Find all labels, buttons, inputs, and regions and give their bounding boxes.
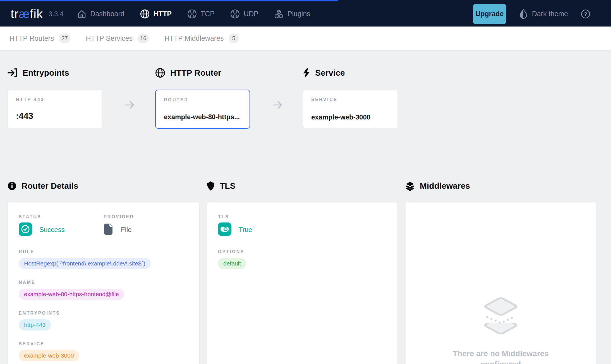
- tab-http-middlewares[interactable]: HTTP Middlewares 5: [164, 33, 239, 43]
- router-card[interactable]: ROUTER example-web-80-https...: [155, 90, 250, 129]
- status-field: STATUS Success: [19, 214, 104, 236]
- empty-layers-illustration: [481, 333, 520, 338]
- service-card-label: SERVICE: [311, 97, 389, 102]
- name-value-pill: example-web-80-https-frontend@file: [19, 289, 124, 300]
- entrypoints-header: Entrypoints: [8, 68, 102, 78]
- service-field-label: SERVICE: [19, 341, 188, 346]
- rule-field: RULE HostRegexp(`^frontend\.example\.dde…: [19, 249, 188, 269]
- middlewares-title: Middlewares: [420, 181, 470, 191]
- tls-field: TLS True: [218, 214, 302, 236]
- nav-udp[interactable]: UDP: [230, 9, 258, 19]
- router-details-panel: Router Details STATUS Success PROVIDER: [8, 181, 200, 364]
- middlewares-empty-text: There are no Middlewares configured: [449, 348, 552, 364]
- entrypoints-section: Entrypoints HTTP-443 :443: [8, 68, 102, 129]
- rule-value-pill: HostRegexp(`^frontend\.example\.ddev\.si…: [19, 258, 151, 269]
- udp-icon: [230, 9, 240, 19]
- plugins-icon: [274, 9, 284, 19]
- flow-arrow-icon: [124, 99, 135, 112]
- entrypoint-card-value: :443: [16, 111, 94, 121]
- router-details-header: Router Details: [8, 181, 200, 191]
- tls-value: True: [239, 226, 252, 234]
- name-label: NAME: [19, 280, 188, 285]
- service-value-pill: example-web-3000: [19, 350, 79, 361]
- nav-tcp[interactable]: TCP: [187, 9, 215, 19]
- nav-dashboard[interactable]: Dashboard: [77, 9, 124, 18]
- entrypoint-card-label: HTTP-443: [16, 97, 94, 102]
- entrypoint-card[interactable]: HTTP-443 :443: [8, 90, 102, 129]
- home-icon: [77, 9, 86, 18]
- upgrade-button[interactable]: Upgrade: [473, 4, 506, 24]
- tcp-icon: [187, 9, 197, 19]
- name-field: NAME example-web-80-https-frontend@file: [19, 280, 188, 300]
- nav-udp-label: UDP: [244, 10, 258, 18]
- rule-label: RULE: [19, 249, 188, 254]
- provider-label: PROVIDER: [104, 214, 188, 219]
- layers-icon: [405, 181, 415, 191]
- globe-icon: [140, 9, 150, 19]
- router-details-card: STATUS Success PROVIDER File: [8, 202, 200, 364]
- logo-text-2: fik: [30, 7, 43, 21]
- http-router-header: HTTP Router: [155, 68, 250, 78]
- entrypoints-field: ENTRYPOINTS http-443: [19, 311, 188, 331]
- flow-arrow-icon-2: [272, 99, 283, 112]
- router-card-label: ROUTER: [164, 97, 241, 102]
- tls-card: TLS True OPTIONS default: [207, 202, 397, 364]
- traefik-logo[interactable]: træfik: [11, 7, 43, 21]
- shield-icon: [207, 181, 215, 191]
- help-button[interactable]: ?: [581, 9, 590, 19]
- entrypoints-value-pill: http-443: [19, 319, 51, 331]
- provider-field: PROVIDER File: [104, 214, 188, 236]
- version-label: 3.3.4: [49, 10, 63, 18]
- tab-http-middlewares-label: HTTP Middlewares: [164, 34, 224, 42]
- contrast-droplet-icon: [519, 9, 528, 19]
- logo-text: tr: [11, 7, 19, 21]
- status-label: STATUS: [19, 214, 104, 219]
- middlewares-empty-state: There are no Middlewares configured: [406, 294, 596, 364]
- router-details-title: Router Details: [21, 181, 78, 191]
- file-icon: [104, 223, 114, 236]
- logo-ae: æ: [19, 7, 30, 21]
- globe-dark-icon: [155, 68, 165, 78]
- service-header: Service: [303, 68, 398, 78]
- status-success-icon: [19, 222, 32, 237]
- nav-http[interactable]: HTTP: [140, 9, 172, 19]
- loading-progress-bar: [0, 0, 338, 1]
- middlewares-card: There are no Middlewares configured: [405, 202, 596, 364]
- options-label: OPTIONS: [218, 249, 386, 254]
- nav-tcp-label: TCP: [201, 10, 215, 18]
- tls-panel: TLS TLS True OPTIONS default: [207, 181, 397, 364]
- provider-value: File: [121, 226, 132, 234]
- tab-http-routers[interactable]: HTTP Routers 27: [9, 33, 70, 43]
- middlewares-panel: Middlewares There are no Middle: [405, 181, 596, 364]
- dark-theme-label: Dark theme: [532, 10, 568, 18]
- middlewares-header: Middlewares: [405, 181, 596, 191]
- service-card[interactable]: SERVICE example-web-3000: [303, 90, 398, 129]
- status-value: Success: [39, 226, 65, 234]
- http-subnav: HTTP Routers 27 HTTP Services 16 HTTP Mi…: [0, 27, 611, 51]
- dark-theme-toggle[interactable]: Dark theme: [519, 9, 568, 19]
- bolt-icon: [303, 68, 310, 78]
- tab-http-services[interactable]: HTTP Services 16: [86, 33, 149, 43]
- tab-http-services-count: 16: [138, 33, 149, 43]
- tab-http-services-label: HTTP Services: [86, 34, 133, 42]
- entrypoints-label: ENTRYPOINTS: [19, 311, 188, 316]
- options-value-pill: default: [218, 258, 246, 269]
- service-title: Service: [315, 68, 345, 78]
- nav-plugins[interactable]: Plugins: [274, 9, 310, 19]
- top-navbar: træfik 3.3.4 Dashboard HTTP TCP UDP: [0, 0, 611, 27]
- info-icon: [8, 181, 16, 190]
- options-field: OPTIONS default: [218, 249, 386, 269]
- question-icon: ?: [581, 9, 590, 19]
- tls-enabled-icon: [218, 222, 231, 237]
- service-field: SERVICE example-web-3000: [19, 341, 188, 361]
- login-icon: [8, 68, 18, 78]
- tab-http-routers-count: 27: [59, 33, 70, 43]
- nav-dashboard-label: Dashboard: [90, 10, 124, 18]
- service-card-value: example-web-3000: [311, 113, 389, 121]
- tab-http-middlewares-count: 5: [229, 33, 239, 43]
- http-router-title: HTTP Router: [170, 68, 221, 78]
- tls-title: TLS: [220, 181, 236, 191]
- tab-http-routers-label: HTTP Routers: [9, 34, 54, 42]
- http-router-section: HTTP Router ROUTER example-web-80-https.…: [155, 68, 250, 129]
- router-card-value: example-web-80-https...: [164, 113, 241, 121]
